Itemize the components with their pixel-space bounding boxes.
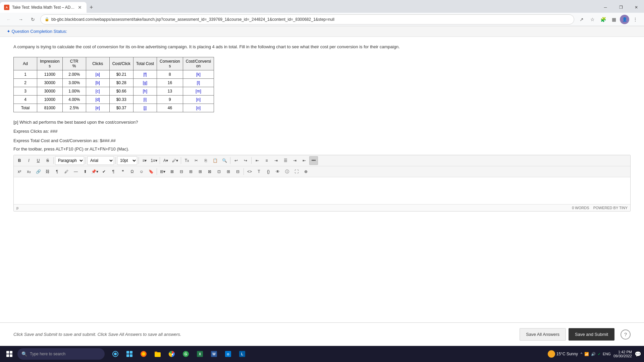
- paragraph-mark-button[interactable]: ¶: [109, 167, 118, 176]
- new-tab-button[interactable]: +: [87, 3, 96, 12]
- bookmark2-button[interactable]: 🔖: [147, 167, 155, 176]
- info-button[interactable]: ⓘ: [283, 167, 291, 176]
- notification-icon[interactable]: 💬: [635, 351, 641, 357]
- maximize-button[interactable]: ❐: [613, 1, 629, 14]
- table-col2-button[interactable]: ⊞: [186, 167, 195, 176]
- align-right-button[interactable]: ⇥: [272, 156, 280, 165]
- weather-text: 15°C Sunny: [556, 352, 578, 356]
- question-text: A company is trying to calculate the cos…: [13, 44, 631, 50]
- extension-icon[interactable]: 🧩: [598, 15, 608, 24]
- blockquote-button[interactable]: ❝: [118, 167, 127, 176]
- gsuite-icon[interactable]: G: [179, 347, 193, 361]
- clean-format-button[interactable]: 🖊: [62, 167, 71, 176]
- back-button[interactable]: ←: [4, 15, 13, 24]
- completion-status-label: ✦ Question Completion Status:: [7, 29, 67, 34]
- volume-icon[interactable]: 🔊: [591, 352, 596, 356]
- table-button[interactable]: ⊞▾: [158, 167, 167, 176]
- unlink-button[interactable]: ⛓: [43, 167, 52, 176]
- toolbar-separator: [115, 157, 116, 164]
- highlight-button[interactable]: 🖊▾: [171, 156, 179, 165]
- bookmark-icon[interactable]: ☆: [588, 15, 597, 24]
- minimize-button[interactable]: ─: [598, 1, 613, 14]
- question-completion-bar[interactable]: ✦ Question Completion Status:: [0, 26, 644, 37]
- firefox-icon[interactable]: [137, 347, 150, 361]
- superscript-button[interactable]: x²: [15, 167, 24, 176]
- profile-avatar[interactable]: 👤: [620, 15, 629, 24]
- table-row2-button[interactable]: ⊠: [205, 167, 214, 176]
- justify-button[interactable]: ☰: [281, 156, 290, 165]
- editor-body[interactable]: [14, 177, 630, 204]
- task-view-icon[interactable]: [123, 347, 136, 361]
- code-button[interactable]: <>: [245, 167, 254, 176]
- hr-button[interactable]: —: [71, 167, 80, 176]
- close-button[interactable]: ✕: [629, 1, 644, 14]
- editor-footer: p 0 WORDS POWERED BY TINY: [14, 204, 630, 211]
- bold-button[interactable]: B: [15, 156, 24, 165]
- menu-icon[interactable]: ⋮: [631, 15, 640, 24]
- link-button[interactable]: 🔗: [34, 167, 43, 176]
- text-color-button[interactable]: A▾: [161, 156, 170, 165]
- save-and-submit-button[interactable]: Save and Submit: [569, 328, 614, 341]
- format-button[interactable]: T: [255, 167, 263, 176]
- table-split-button[interactable]: ⊞: [224, 167, 233, 176]
- checkmark-button[interactable]: ✔: [100, 167, 108, 176]
- more-button[interactable]: •••: [309, 156, 318, 165]
- start-button[interactable]: [3, 347, 16, 361]
- indent-increase-button[interactable]: ⇥: [290, 156, 299, 165]
- cortana-icon[interactable]: [109, 347, 122, 361]
- subscript-button[interactable]: Tx: [182, 156, 191, 165]
- reload-button[interactable]: ↻: [28, 15, 38, 24]
- taskbar-search-bar[interactable]: 🔍 Type here to search: [17, 348, 105, 360]
- subscript2-button[interactable]: x₂: [24, 167, 33, 176]
- table-col1-button[interactable]: ⊟: [177, 167, 186, 176]
- tray-expand-icon[interactable]: ^: [581, 352, 582, 356]
- upload-button[interactable]: ⬆: [81, 167, 90, 176]
- undo-button[interactable]: ↩: [232, 156, 240, 165]
- preview-button[interactable]: 👁: [273, 167, 282, 176]
- chrome-icon[interactable]: [165, 347, 178, 361]
- paste-button[interactable]: 📋: [211, 156, 219, 165]
- cut-button[interactable]: ✂: [192, 156, 201, 165]
- html-button[interactable]: {}: [264, 167, 273, 176]
- table-delete-button[interactable]: ⊠: [168, 167, 176, 176]
- align-center-button[interactable]: ≡: [262, 156, 271, 165]
- strikethrough-button[interactable]: S: [43, 156, 52, 165]
- system-clock[interactable]: 1:42 PM 09/30/2022: [613, 350, 632, 358]
- sidebar-icon[interactable]: ▦: [609, 15, 619, 24]
- url-bar[interactable]: 🔒 bb-gbc.blackboard.com/webapps/assessme…: [40, 14, 574, 24]
- table-merge-button[interactable]: ⊡: [215, 167, 223, 176]
- active-tab[interactable]: A Take Test: Media Math Test – AD… ✕: [0, 2, 87, 13]
- unordered-list-button[interactable]: ≡▾: [140, 156, 149, 165]
- insert-button[interactable]: 📌▾: [90, 167, 99, 176]
- table-row1-button[interactable]: ⊞: [196, 167, 205, 176]
- omega-button[interactable]: Ω: [128, 167, 137, 176]
- underline-button[interactable]: U: [34, 156, 43, 165]
- copy-button[interactable]: ⎘: [201, 156, 210, 165]
- ordered-list-button[interactable]: 1≡▾: [150, 156, 158, 165]
- word-icon[interactable]: W: [207, 347, 221, 361]
- file-explorer-icon[interactable]: [151, 347, 164, 361]
- find-button[interactable]: 🔍: [220, 156, 229, 165]
- forward-button[interactable]: →: [16, 15, 25, 24]
- help-icon[interactable]: ?: [621, 329, 631, 340]
- svg-rect-8: [155, 352, 161, 357]
- table-prop-button[interactable]: ⊟: [233, 167, 242, 176]
- network-icon[interactable]: 📶: [584, 352, 589, 356]
- emoji-button[interactable]: ☺: [137, 167, 146, 176]
- indent-decrease-button[interactable]: ⇤: [300, 156, 309, 165]
- font-select[interactable]: Arial: [87, 156, 114, 165]
- outlook-icon[interactable]: O: [221, 347, 235, 361]
- save-all-answers-button[interactable]: Save All Answers: [520, 328, 566, 341]
- redo-button[interactable]: ↪: [241, 156, 250, 165]
- tab-close-button[interactable]: ✕: [77, 4, 83, 11]
- zoom-button[interactable]: ⊕: [302, 167, 310, 176]
- excel-icon[interactable]: X: [193, 347, 207, 361]
- align-left-button[interactable]: ⇤: [253, 156, 262, 165]
- font-size-select[interactable]: 10pt: [117, 156, 137, 165]
- fullscreen-button[interactable]: ⛶: [292, 167, 301, 176]
- lync-icon[interactable]: L: [235, 347, 249, 361]
- paragraph-style-select[interactable]: Paragraph: [55, 156, 84, 165]
- italic-button[interactable]: I: [24, 156, 33, 165]
- show-blocks-button[interactable]: ¶: [53, 167, 61, 176]
- share-icon[interactable]: ↗: [577, 15, 586, 24]
